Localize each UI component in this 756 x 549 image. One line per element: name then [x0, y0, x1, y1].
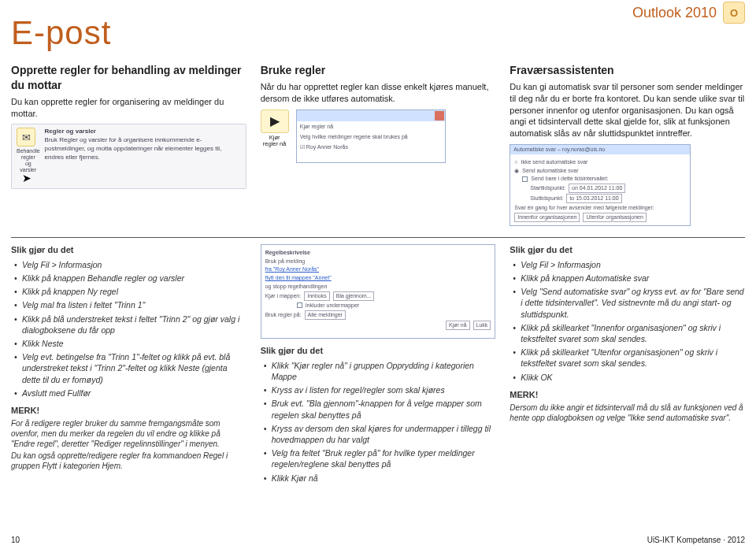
- tab-inside: Innenfor organisasjonen: [514, 213, 580, 221]
- opt-interval: Send bare i dette tidsintervallet:: [531, 175, 608, 182]
- slik1-heading: Slik gjør du det: [11, 244, 246, 256]
- rules-icon: ✉: [17, 128, 35, 147]
- start-value: on 04.01.2012 11:00: [569, 184, 625, 192]
- rd-row: Bruk på melding: [265, 258, 491, 265]
- rd-bruk: Bruk regler på:: [265, 311, 302, 318]
- rd-alle: Alle meldinger: [305, 310, 346, 319]
- start-label: Starttidspunkt:: [530, 184, 565, 191]
- list-item: Klikk på skillearket "Innenfor organisas…: [513, 322, 745, 344]
- merk3-heading: MERK!: [510, 389, 745, 401]
- list-item: Klikk på blå understreket tekst i feltet…: [14, 313, 246, 336]
- run-rules-icon: ▶: [261, 109, 289, 133]
- list-item: Klikk på knappen Automatiske svar: [513, 273, 745, 284]
- merk1-body2: Du kan også opprette/redigere regler fra…: [11, 451, 246, 471]
- intro1-body: Du kan opprette regler for organisering …: [11, 96, 246, 120]
- list-item: Klikk Kjør nå: [264, 473, 496, 484]
- list-item: Klikk OK: [513, 372, 745, 383]
- outlook-icon: O: [723, 2, 745, 24]
- list-item: Velg "Send automatiske svar" og kryss ev…: [513, 286, 745, 320]
- list-item: Kryss av i listen for regel/regler som s…: [264, 384, 496, 395]
- merk3-body: Dersom du ikke angir et tidsintervall må…: [510, 402, 745, 423]
- rd-row: flytt den til mappen "Annet": [265, 274, 491, 281]
- rd-row: fra "Roy Anner Norås": [265, 265, 491, 273]
- rd-row: og stopp regelhandlingen: [265, 283, 491, 290]
- rd-close: Lukk: [473, 321, 491, 329]
- tab-outside: Utenfor organisasjonen: [583, 213, 646, 221]
- list-item: Klikk på knappen Behandle regler og vars…: [14, 273, 246, 284]
- figure-run-rules-button: ▶ Kjør regler nå: [261, 109, 289, 148]
- dlg3-note: Svar én gang for hver avsender med følge…: [514, 204, 686, 211]
- rd-inbox: Innboks: [304, 291, 330, 300]
- merk1-body1: For å redigere regler bruker du samme fr…: [11, 418, 246, 449]
- opt-nosend: Ikke send automatiske svar: [521, 158, 588, 165]
- fig1-desc: Bruk Regler og varsler for å organisere …: [45, 136, 222, 161]
- figure-run-rules-dialog: Kjør regler nå Velg hvilke meldinger reg…: [296, 109, 446, 163]
- end-label: Sluttidspunkt:: [530, 195, 563, 202]
- list-item: Avslutt med Fullfør: [14, 388, 246, 399]
- intro3-title: Fraværsassistenten: [510, 63, 745, 78]
- steps-col-1: Slik gjør du det Velg Fil > Informasjon …: [11, 244, 246, 486]
- footer-credit: UiS-IKT Kompetanse · 2012: [647, 536, 745, 544]
- figure-rule-detail-dialog: Regelbeskrivelse Bruk på melding fra "Ro…: [261, 244, 496, 339]
- steps-col-2: Regelbeskrivelse Bruk på melding fra "Ro…: [261, 244, 496, 486]
- rd-include: Inkluder undermapper: [306, 302, 360, 309]
- dlg2-row1: Velg hvilke meldinger regene skal brukes…: [297, 132, 445, 142]
- intro1-title: Opprette regler for behandling av meldin…: [11, 63, 246, 93]
- intro-col-3: Fraværsassistenten Du kan gi automatisk …: [510, 63, 745, 226]
- runbtn-l2: regler nå: [263, 140, 287, 147]
- figure-autoresponse-dialog: Automatiske svar – roy.noras@uis.no ○Ikk…: [510, 144, 691, 226]
- list-item: Klikk på skillearket "Utenfor organisasj…: [513, 347, 745, 369]
- app-name: Outlook 2010: [632, 5, 717, 21]
- merk1-heading: MERK!: [11, 405, 246, 417]
- cursor-icon: ➤: [22, 172, 32, 184]
- rd-run: Kjør nå: [446, 321, 470, 329]
- rd-row: Regelbeskrivelse: [265, 249, 491, 256]
- dlg2-title: Kjør regler nå: [297, 121, 445, 132]
- dlg2-row2: ☑ Roy Anner Norås: [297, 142, 445, 152]
- list-item: Klikk på knappen Ny regel: [14, 286, 246, 297]
- slik3-list: Velg Fil > Informasjon Klikk på knappen …: [510, 259, 745, 383]
- slik2-heading: Slik gjør du det: [261, 345, 496, 357]
- list-item: Velg Fil > Informasjon: [513, 259, 745, 270]
- fig1-label2: og varsler: [20, 161, 36, 172]
- list-item: Velg Fil > Informasjon: [14, 259, 246, 270]
- opt-send: Send automatiske svar: [522, 167, 578, 174]
- rd-browse: Bla gjennom...: [333, 291, 375, 300]
- list-item: Klikk Neste: [14, 338, 246, 349]
- list-item: Velg evt. betingelse fra "Trinn 1"-felte…: [14, 351, 246, 385]
- rd-kjor: Kjør i mappen:: [265, 292, 302, 299]
- intro3-body: Du kan gi automatisk svar til personer s…: [510, 81, 745, 139]
- slik2-list: Klikk "Kjør regler nå" i gruppen Opprydd…: [261, 360, 496, 484]
- intro2-body: Når du har opprettet regler kan disse en…: [261, 81, 496, 105]
- list-item: Kryss av dersom den skal kjøres for unde…: [264, 423, 496, 445]
- slik3-heading: Slik gjør du det: [510, 244, 745, 256]
- figure-rules-alerts: ✉ Behandle regler og varsler ➤ Regler og…: [11, 124, 246, 188]
- steps-col-3: Slik gjør du det Velg Fil > Informasjon …: [510, 244, 745, 486]
- intro2-title: Bruke regler: [261, 63, 496, 78]
- list-item: Velg fra feltet "Bruk regler på" for hvi…: [264, 447, 496, 469]
- list-item: Velg mal fra listen i feltet "Trinn 1": [14, 299, 246, 310]
- dlg3-title: Automatiske svar – roy.noras@uis.no: [510, 145, 690, 154]
- fig1-label1: Behandle regler: [17, 148, 40, 160]
- intro-col-2: Bruke regler Når du har opprettet regler…: [261, 63, 496, 226]
- list-item: Bruk evt. "Bla gjennom"-knappen for å ve…: [264, 398, 496, 420]
- list-item: Klikk "Kjør regler nå" i gruppen Opprydd…: [264, 360, 496, 382]
- close-icon: [435, 111, 444, 121]
- fig1-heading: Regler og varsler: [45, 128, 96, 135]
- page-number: 10: [11, 536, 20, 544]
- slik1-list: Velg Fil > Informasjon Klikk på knappen …: [11, 259, 246, 399]
- end-value: to 15.03.2012 11:00: [566, 194, 621, 202]
- intro-col-1: Opprette regler for behandling av meldin…: [11, 63, 246, 226]
- separator: [11, 237, 745, 238]
